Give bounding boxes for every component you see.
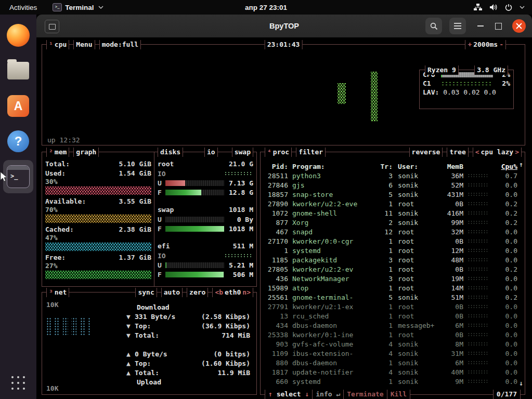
bpytop-terminal: ¹cpu Menu mode:full 23:01:43 + 2000ms - …	[36, 37, 532, 399]
proc-row[interactable]: 1109ibus-extension-4sonik31M0.0	[264, 349, 517, 358]
app-menu-button[interactable]: >_ Terminal	[53, 3, 103, 11]
proc-row[interactable]: 27791kworker/u2:1-ex1root0B0.0	[264, 302, 517, 311]
clock[interactable]: апр 27 23:01	[245, 4, 287, 11]
net-toggle-auto[interactable]: auto	[161, 288, 183, 297]
proc-row[interactable]: 27170kworker/0:0-cgr1root0B0.0	[264, 236, 517, 246]
sort-next-button[interactable]: >	[515, 148, 519, 157]
cpu-box: ¹cpu Menu mode:full 23:01:43 + 2000ms - …	[42, 44, 525, 145]
proc-row[interactable]: 436NetworkManager3root19M0.0	[264, 274, 517, 283]
info-button[interactable]: info ↵	[312, 390, 343, 399]
dock-item-software[interactable]: A	[3, 89, 33, 123]
volume-icon	[489, 4, 498, 11]
col-user[interactable]: User:	[393, 163, 434, 170]
proc-threads: 1	[379, 200, 393, 208]
mem-graph-toggle[interactable]: graph	[73, 148, 99, 157]
proc-row[interactable]: 25338kworker/0:1-ine1root0B0.0	[264, 330, 517, 339]
system-tray[interactable]	[471, 0, 528, 15]
proc-row[interactable]: 27805kworker/u2:2-ev1root0B0.2	[264, 264, 517, 274]
net-next-key[interactable]: n>	[242, 288, 251, 297]
proc-row[interactable]: 1185packagekitd3root48M0.0	[264, 255, 517, 264]
proc-row[interactable]: 27846gjs6sonik52M0.0	[264, 180, 517, 190]
proc-row[interactable]: 1817update-notifier4sonik40M0.0	[264, 367, 517, 377]
titlebar[interactable]: BpyTOP	[36, 15, 532, 38]
menu-button-bpytop[interactable]: Menu	[73, 40, 95, 49]
net-arrow-icon: ▲	[126, 359, 135, 368]
proc-pid: 28511	[264, 172, 288, 180]
proc-row[interactable]: 28511python33sonik36M0.7	[264, 171, 517, 180]
disk-meter-value: 12.8 G	[226, 189, 253, 196]
net-interface-selector[interactable]: <b eth0 n>	[212, 288, 253, 297]
scroll-up-arrow[interactable]: ↑	[519, 161, 523, 168]
disks-io-toggle[interactable]: io	[204, 148, 218, 157]
scroll-down-arrow[interactable]: ↓	[519, 379, 523, 387]
proc-row[interactable]: 25561gnome-terminal-5sonik51M0.2	[264, 292, 517, 302]
proc-program: snapd	[288, 228, 379, 236]
proc-pid: 877	[264, 219, 288, 227]
close-button[interactable]	[512, 19, 526, 33]
net-scale-top: 10K	[46, 301, 58, 309]
col-threads[interactable]: Tr:	[379, 163, 393, 170]
proc-mem: 36M	[434, 172, 463, 180]
terminate-button[interactable]: Terminate	[343, 390, 386, 399]
proc-row[interactable]: 1systemd1root12M0.0	[264, 246, 517, 255]
proc-threads: 1	[379, 322, 393, 329]
minimize-button[interactable]	[473, 25, 484, 26]
proc-cpu-graph	[468, 361, 487, 365]
interval-increase-button[interactable]: +	[468, 40, 472, 49]
tree-toggle[interactable]: tree	[447, 148, 468, 157]
proc-user: sonik	[393, 368, 434, 376]
dock-item-firefox[interactable]	[3, 19, 33, 52]
proc-row[interactable]: 877Xorg2sonik99M0.2	[264, 218, 517, 227]
interval-decrease-button[interactable]: -	[499, 40, 503, 49]
disk-meter-fill	[165, 226, 224, 232]
proc-row[interactable]: 1072gnome-shell11sonik416M0.2	[264, 208, 517, 218]
reverse-toggle[interactable]: reverse	[409, 148, 443, 157]
load-average-label: LAV:	[423, 88, 439, 96]
sort-prev-button[interactable]: <	[475, 148, 479, 157]
proc-row[interactable]: 27890kworker/u2:2-eve1root0B0.2	[264, 199, 517, 208]
proc-row[interactable]: 467snapd12root32M0.0	[264, 227, 517, 236]
menu-button[interactable]	[449, 18, 466, 34]
mode-toggle[interactable]: mode:full	[99, 40, 141, 49]
proc-box-title: proc	[273, 148, 289, 157]
disk-meter	[165, 272, 224, 277]
proc-cpu-graph	[468, 304, 487, 309]
net-toggle-sync[interactable]: sync	[135, 288, 157, 297]
proc-mem: 0B	[434, 237, 463, 245]
maximize-button[interactable]	[491, 23, 502, 30]
activities-button[interactable]: Activities	[5, 4, 41, 11]
disk-size: 511 M	[233, 242, 253, 251]
cpu-box-title: cpu	[55, 40, 67, 49]
proc-row[interactable]: 18857snap-store5sonik431M0.0	[264, 190, 517, 199]
sort-selector[interactable]: < cpu lazy >	[473, 148, 522, 157]
disk-io-graph	[224, 171, 253, 176]
proc-pid: 27805	[264, 265, 288, 273]
proc-pid: 1817	[264, 368, 288, 376]
proc-table-body[interactable]: 28511python33sonik36M0.727846gjs6sonik52…	[264, 171, 517, 388]
dock-item-help[interactable]: ?	[3, 125, 33, 158]
proc-row[interactable]: 15989atop1root14M0.0	[264, 283, 517, 292]
proc-row[interactable]: 903gvfs-afc-volume4sonik8M0.0	[264, 339, 517, 349]
proc-cpu-graph	[468, 276, 487, 281]
col-pid[interactable]: Pid:	[264, 163, 288, 170]
download-label: Download	[126, 303, 250, 312]
net-prev-key[interactable]: <b	[215, 288, 223, 297]
proc-row[interactable]: 434dbus-daemon1messageb+6M0.0	[264, 321, 517, 330]
show-applications-button[interactable]	[11, 376, 25, 390]
col-program[interactable]: Program:	[288, 163, 379, 170]
proc-row[interactable]: 13rcu_sched1root0B0.0	[264, 311, 517, 321]
dock-item-files[interactable]	[3, 54, 33, 87]
search-button[interactable]	[425, 18, 442, 34]
proc-row[interactable]: 880dbus-daemon1sonik6M0.0	[264, 358, 517, 367]
proc-row[interactable]: 660systemd1sonik9M0.0	[264, 377, 517, 386]
disks-swap-toggle[interactable]: swap	[232, 148, 253, 157]
proc-footer: ↑ select ↓ info ↵ Terminate Kill 0/177	[265, 390, 521, 399]
screen: Activities >_ Terminal апр 27 23:01 A ? …	[0, 0, 532, 399]
kill-button[interactable]: Kill	[387, 390, 410, 399]
proc-user: sonik	[393, 294, 434, 301]
filter-button[interactable]: filter	[296, 148, 326, 157]
net-toggle-zero[interactable]: zero	[187, 288, 208, 297]
select-control[interactable]: ↑ select ↓	[265, 390, 312, 399]
col-cpu[interactable]: Cpu%	[489, 163, 517, 170]
col-mem[interactable]: MemB	[434, 163, 463, 170]
